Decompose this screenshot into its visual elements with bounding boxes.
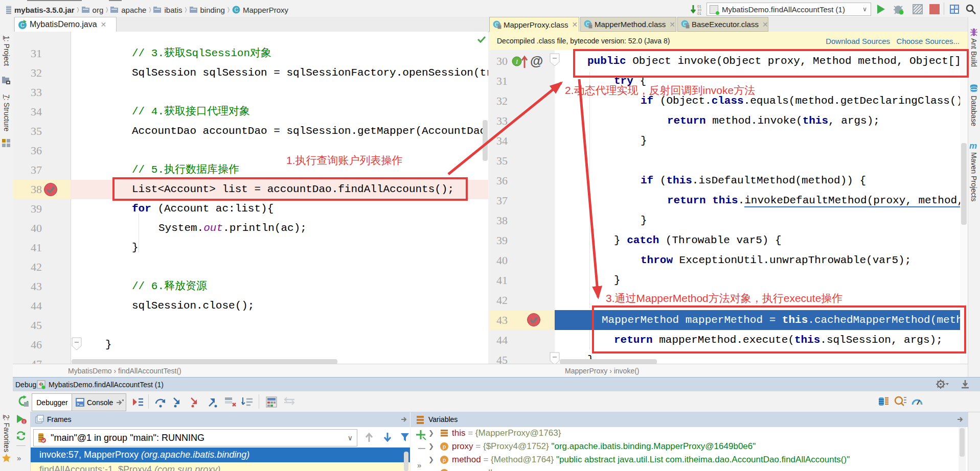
code-line-40[interactable]: throw ExceptionUtil.unwrapThrowable(var5… bbox=[641, 250, 911, 270]
tab-console[interactable]: Console bbox=[72, 393, 126, 411]
code-line-46[interactable]: } bbox=[105, 335, 112, 355]
close-icon[interactable]: ✕ bbox=[669, 20, 675, 29]
add-watch-icon[interactable] bbox=[415, 429, 426, 440]
chevron-right-icon[interactable]: ❯ bbox=[428, 440, 440, 453]
run-to-cursor-icon[interactable] bbox=[241, 396, 254, 410]
search-icon[interactable] bbox=[965, 4, 976, 17]
variable-row[interactable]: ❯this = {MapperProxy@1763} bbox=[428, 427, 561, 440]
step-out-icon[interactable] bbox=[207, 396, 218, 410]
sidebar-item-ant-build[interactable]: Ant Build bbox=[970, 38, 978, 67]
fold-marker-icon[interactable] bbox=[550, 352, 560, 364]
breakpoint-icon[interactable] bbox=[527, 313, 541, 327]
drop-frame-icon[interactable] bbox=[224, 396, 236, 410]
breadcrumb-item[interactable]: binding bbox=[190, 6, 225, 14]
tab-mybatisdemo-java[interactable]: C MybatisDemo.java✕ bbox=[14, 17, 117, 32]
breakpoint-icon[interactable] bbox=[43, 182, 58, 197]
code-line-40[interactable]: System.out.println(ac); bbox=[158, 219, 307, 238]
breadcrumb-item[interactable]: mybatis-3.5.0.jar bbox=[5, 6, 75, 14]
code-line-36[interactable]: if (this.isDefaultMethod(method)) { bbox=[641, 171, 866, 191]
code-line-41[interactable]: } bbox=[614, 270, 621, 290]
tab-baseexecutor-class[interactable]: CBaseExecutor.class✕ bbox=[677, 17, 768, 32]
code-line-44[interactable]: sqlSession.close(); bbox=[132, 296, 254, 316]
maven-icon[interactable]: m bbox=[969, 141, 977, 151]
more-icon[interactable]: » bbox=[17, 454, 21, 462]
layout-icon[interactable] bbox=[283, 396, 295, 410]
ant-icon[interactable] bbox=[970, 28, 978, 38]
sidebar-item-favorites[interactable]: 2: Favorites bbox=[3, 415, 11, 452]
restart-frame-icon[interactable] bbox=[15, 430, 27, 443]
tab-mappermethod-class[interactable]: CMapperMethod.class✕ bbox=[580, 17, 676, 32]
code-line-37[interactable]: // 5.执行数据库操作 bbox=[132, 160, 239, 180]
code-line-34[interactable]: } bbox=[641, 131, 647, 151]
left-editor[interactable]: 31// 3.获取SqlSession对象32SqlSession sqlSes… bbox=[13, 32, 488, 364]
code-line-43[interactable]: MapperMethod mapperMethod = this.cachedM… bbox=[602, 310, 968, 330]
breadcrumb-item[interactable]: ibatis bbox=[153, 6, 182, 14]
fold-marker-icon[interactable] bbox=[550, 53, 560, 66]
evaluate-expression-icon[interactable] bbox=[894, 395, 907, 410]
right-breadcrumb[interactable]: MapperProxy › invoke() bbox=[565, 367, 640, 375]
breadcrumb-item[interactable]: apache bbox=[110, 6, 146, 14]
step-over-icon[interactable] bbox=[154, 396, 167, 410]
run-icon[interactable] bbox=[875, 4, 886, 17]
inspections-ok-icon[interactable] bbox=[477, 36, 486, 43]
override-arrow-icon[interactable] bbox=[521, 54, 528, 69]
sidebar-item-maven[interactable]: Maven Projects bbox=[970, 152, 978, 201]
evaluate-icon[interactable] bbox=[266, 396, 278, 410]
chevron-right-icon[interactable]: ❯ bbox=[428, 453, 440, 466]
right-editor-vscrollbar[interactable] bbox=[961, 143, 967, 225]
download-sources-link[interactable]: Download Sources bbox=[826, 37, 890, 45]
right-editor-hscrollbar[interactable] bbox=[560, 359, 657, 364]
rerun-icon[interactable] bbox=[17, 395, 30, 410]
variable-row[interactable]: ❯pproxy = {$Proxy4@1752} "org.apache.iba… bbox=[428, 440, 756, 453]
close-icon[interactable]: ✕ bbox=[101, 20, 107, 29]
variable-row[interactable]: ❯pmethod = {Method@1764} "public abstrac… bbox=[428, 453, 850, 466]
sort-lines-icon[interactable]: 011001 bbox=[690, 4, 704, 18]
star-icon[interactable] bbox=[2, 454, 11, 464]
code-line-38[interactable]: List<Account> list = accountDao.findAllA… bbox=[132, 180, 454, 199]
frames-scrollbar[interactable] bbox=[404, 452, 408, 471]
code-line-39[interactable]: for (Account ac:list){ bbox=[132, 199, 274, 219]
force-step-into-icon[interactable] bbox=[189, 396, 200, 410]
window-icon[interactable] bbox=[949, 4, 960, 17]
choose-sources-link[interactable]: Choose Sources... bbox=[897, 37, 960, 45]
run-configuration-select[interactable]: MybatisDemo.findAllAccountTest (1) ∨ bbox=[706, 3, 871, 16]
code-line-35[interactable]: AccountDao accountDao = sqlSession.getMa… bbox=[132, 122, 488, 141]
hide-icon[interactable] bbox=[960, 379, 970, 391]
code-line-31[interactable]: // 3.获取SqlSession对象 bbox=[132, 44, 271, 63]
code-line-41[interactable]: } bbox=[132, 238, 139, 257]
gear-icon[interactable] bbox=[936, 379, 949, 391]
variables-pin-icon[interactable] bbox=[957, 416, 965, 423]
sidebar-item-structure[interactable]: 7: Structure bbox=[3, 95, 11, 131]
breadcrumb-item[interactable]: CMapperProxy bbox=[232, 6, 288, 14]
left-editor-hscrollbar[interactable] bbox=[72, 359, 337, 364]
thread-dropdown[interactable]: "main"@1 in group "main": RUNNING ∨ bbox=[33, 429, 357, 446]
resume-icon[interactable]: ! bbox=[15, 414, 27, 427]
code-line-37[interactable]: return this.invokeDefaultMethod(proxy, m… bbox=[667, 191, 968, 210]
code-line-38[interactable]: } bbox=[641, 210, 647, 230]
sidebar-item-database[interactable]: Database bbox=[970, 96, 978, 126]
code-line-30[interactable]: public Object invoke(Object proxy, Metho… bbox=[587, 51, 968, 71]
debug-icon[interactable] bbox=[893, 4, 905, 17]
breadcrumb-item[interactable]: org bbox=[82, 6, 104, 14]
structure-icon[interactable] bbox=[2, 139, 10, 149]
project-icon[interactable] bbox=[2, 77, 11, 86]
memory-icon[interactable] bbox=[911, 395, 923, 410]
more-icon[interactable]: » bbox=[417, 461, 421, 469]
variables-scrollbar[interactable] bbox=[960, 428, 965, 457]
database-icon[interactable] bbox=[970, 84, 978, 95]
left-editor-vscrollbar[interactable] bbox=[483, 120, 488, 161]
tab-mapperproxy-class[interactable]: CMapperProxy.class✕ bbox=[489, 17, 579, 32]
frames-pin-icon[interactable] bbox=[401, 416, 409, 423]
close-icon[interactable]: ✕ bbox=[762, 20, 768, 29]
chevron-right-icon[interactable]: ❯ bbox=[428, 427, 440, 440]
frame-row[interactable]: findAllAccounts:-1, $Proxy4 (com.sun.pro… bbox=[31, 462, 410, 471]
frame-down-icon[interactable] bbox=[382, 432, 393, 443]
sidebar-item-project[interactable]: 1: Project bbox=[3, 36, 11, 66]
threads-icon[interactable] bbox=[877, 395, 890, 410]
code-line-39[interactable]: } catch (Throwable var5) { bbox=[614, 230, 782, 250]
filter-icon[interactable] bbox=[400, 432, 410, 443]
collapse-icon[interactable] bbox=[418, 448, 425, 449]
code-line-33[interactable]: return method.invoke(this, args); bbox=[667, 111, 880, 131]
tab-debugger[interactable]: Debugger bbox=[32, 393, 73, 411]
code-line-43[interactable]: // 6.释放资源 bbox=[132, 277, 207, 296]
